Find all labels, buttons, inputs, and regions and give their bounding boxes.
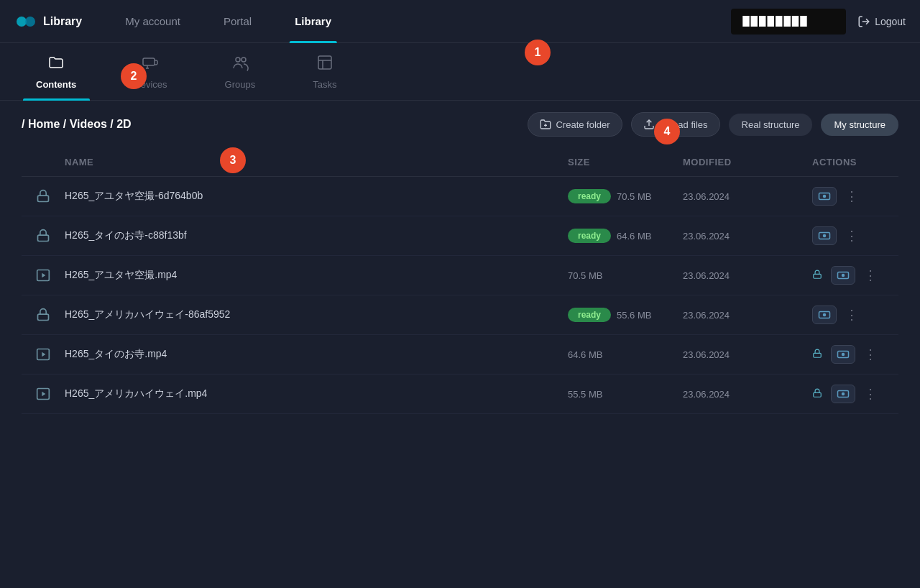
row-size: ready 55.6 MB — [568, 308, 683, 322]
svg-rect-12 — [38, 196, 49, 201]
svg-point-1 — [25, 17, 35, 27]
more-actions-button[interactable]: ⋮ — [842, 188, 861, 204]
row-actions: ⋮ — [812, 187, 898, 206]
breadcrumb: / Home / Videos / 2D — [22, 118, 519, 131]
lock-icon — [812, 269, 822, 282]
svg-rect-23 — [38, 314, 49, 320]
row-actions: ⋮ — [812, 266, 898, 285]
row-actions: ⋮ — [812, 345, 898, 364]
col-modified: Modified — [683, 157, 812, 167]
preview-button[interactable] — [831, 345, 855, 364]
row-icon — [22, 229, 65, 243]
row-modified: 23.06.2024 — [683, 270, 812, 281]
breadcrumb-current: 2D — [114, 118, 132, 130]
logout-icon — [857, 15, 870, 28]
svg-marker-19 — [42, 273, 45, 278]
preview-button[interactable] — [812, 187, 837, 206]
svg-point-6 — [236, 58, 240, 62]
logo-icon — [14, 10, 37, 33]
upload-icon — [643, 119, 655, 130]
logo-area[interactable]: Library — [14, 10, 82, 33]
nav-links: My account Portal Library — [104, 0, 731, 43]
svg-rect-33 — [814, 392, 822, 397]
row-size: ready 70.5 MB — [568, 189, 683, 203]
row-size: 55.5 MB — [568, 389, 683, 400]
table-row: H265_タイのお寺.mp4 64.6 MB 23.06.2024 ⋮ — [22, 335, 898, 375]
create-folder-button[interactable]: Create folder — [528, 112, 622, 137]
row-name: H265_アメリカハイウェイ.mp4 — [65, 387, 568, 400]
status-badge: ready — [568, 308, 611, 322]
logout-button[interactable]: Logout — [857, 15, 906, 28]
svg-rect-15 — [38, 235, 49, 241]
annotation-3: 3 — [220, 147, 246, 173]
groups-icon — [231, 54, 249, 75]
more-actions-button[interactable]: ⋮ — [861, 346, 880, 362]
preview-button[interactable] — [812, 306, 837, 324]
svg-marker-27 — [42, 352, 45, 357]
row-modified: 23.06.2024 — [683, 349, 812, 360]
table-row: H265_アユタヤ空撮-6d764b0b ready 70.5 MB 23.06… — [22, 177, 898, 216]
subnav-groups[interactable]: Groups — [203, 43, 277, 101]
table-row: H265_タイのお寺-c88f13bf ready 64.6 MB 23.06.… — [22, 216, 898, 256]
svg-point-22 — [842, 274, 845, 277]
nav-right: Logout — [731, 9, 906, 35]
row-size: 70.5 MB — [568, 270, 683, 281]
status-badge: ready — [568, 189, 611, 203]
col-size: Size — [568, 157, 683, 167]
preview-button[interactable] — [831, 266, 855, 285]
more-actions-button[interactable]: ⋮ — [861, 267, 880, 283]
row-icon — [22, 347, 65, 362]
col-actions: Actions — [812, 157, 898, 167]
nav-portal[interactable]: Portal — [202, 0, 273, 43]
row-size: ready 64.6 MB — [568, 229, 683, 243]
annotation-2: 2 — [121, 63, 147, 89]
table-row: H265_アユタヤ空撮.mp4 70.5 MB 23.06.2024 ⋮ — [22, 256, 898, 295]
row-icon — [22, 308, 65, 322]
more-actions-button[interactable]: ⋮ — [842, 307, 861, 323]
table-row: H265_アメリカハイウェイ.mp4 55.5 MB 23.06.2024 ⋮ — [22, 375, 898, 414]
svg-point-0 — [17, 17, 27, 27]
row-modified: 23.06.2024 — [683, 231, 812, 242]
more-actions-button[interactable]: ⋮ — [861, 386, 880, 402]
row-name: H265_タイのお寺-c88f13bf — [65, 229, 568, 242]
svg-rect-8 — [318, 56, 331, 69]
svg-point-7 — [242, 58, 246, 62]
annotation-4: 4 — [654, 119, 680, 144]
row-icon — [22, 387, 65, 401]
row-name: H265_タイのお寺.mp4 — [65, 348, 568, 361]
my-structure-button[interactable]: My structure — [821, 114, 898, 136]
preview-button[interactable] — [831, 385, 855, 403]
lock-icon — [812, 348, 822, 362]
contents-icon — [47, 54, 65, 75]
col-name: Name — [65, 157, 568, 167]
toolbar: / Home / Videos / 2D Create folder Uploa… — [0, 101, 920, 148]
subnav-contents[interactable]: Contents — [14, 43, 98, 101]
nav-my-account[interactable]: My account — [104, 0, 202, 43]
row-modified: 23.06.2024 — [683, 389, 812, 400]
svg-point-25 — [823, 313, 827, 317]
subnav-tasks[interactable]: Tasks — [291, 43, 358, 101]
nav-library[interactable]: Library — [273, 0, 353, 43]
more-actions-button[interactable]: ⋮ — [842, 228, 861, 244]
svg-marker-32 — [42, 392, 45, 397]
row-name: H265_アユタヤ空撮.mp4 — [65, 269, 568, 282]
row-modified: 23.06.2024 — [683, 191, 812, 202]
search-input[interactable] — [731, 9, 846, 35]
row-name: H265_アユタヤ空撮-6d764b0b — [65, 190, 568, 203]
row-name: H265_アメリカハイウェイ-86af5952 — [65, 308, 568, 321]
svg-point-14 — [823, 195, 827, 198]
app-title: Library — [43, 15, 82, 28]
row-icon — [22, 189, 65, 203]
real-structure-button[interactable]: Real structure — [729, 114, 813, 136]
folder-plus-icon — [540, 119, 551, 130]
status-badge: ready — [568, 229, 611, 243]
svg-point-30 — [842, 353, 845, 357]
svg-rect-3 — [143, 58, 155, 65]
tasks-icon — [316, 54, 334, 75]
file-table: Name Size Modified Actions H265_アユタヤ空撮-6… — [0, 148, 920, 414]
svg-point-17 — [823, 234, 827, 238]
row-actions: ⋮ — [812, 306, 898, 324]
preview-button[interactable] — [812, 226, 837, 245]
row-actions: ⋮ — [812, 226, 898, 245]
table-row: H265_アメリカハイウェイ-86af5952 ready 55.6 MB 23… — [22, 295, 898, 335]
